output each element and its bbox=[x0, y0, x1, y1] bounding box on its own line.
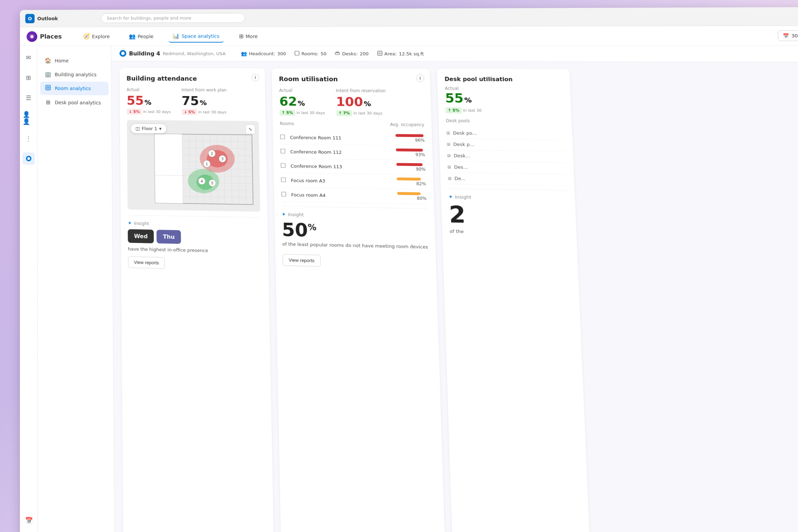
home-icon: 🏠 bbox=[44, 57, 51, 63]
room-113-pct: 90% bbox=[396, 167, 425, 172]
room-a3-name: Focus room A3 bbox=[291, 177, 393, 184]
attendance-info-icon[interactable]: ℹ bbox=[251, 74, 259, 81]
intent-metric: Intent from work plan 75 % ↓ 5% in last … bbox=[182, 88, 227, 115]
svg-text:1: 1 bbox=[206, 162, 208, 166]
floor-layer-icon: ◫ bbox=[135, 126, 140, 131]
room-item-icon-2 bbox=[280, 149, 287, 155]
svg-text:2: 2 bbox=[211, 152, 213, 156]
sidebar-item-home[interactable]: 🏠 Home bbox=[40, 54, 108, 67]
sidebar-icon-hierarchy[interactable]: ⋮ bbox=[23, 132, 35, 144]
date-filter[interactable]: 📅 30 days ▾ bbox=[777, 31, 798, 41]
tab-space-analytics[interactable]: 📊 Space analytics bbox=[169, 30, 224, 42]
desk-pool-card-title: Desk pool utilisation bbox=[444, 76, 563, 83]
room-item-icon-3 bbox=[281, 163, 287, 169]
room-info-icon[interactable]: ℹ bbox=[416, 74, 424, 82]
attendance-metrics: Actual 55 % ↓ 5% in last 30 days Int bbox=[127, 87, 259, 115]
room-view-reports-button[interactable]: View reports bbox=[283, 254, 321, 267]
desks-value: 200 bbox=[360, 51, 369, 56]
room-actual-change-badge: ↑ 5% bbox=[280, 110, 295, 116]
room-112-bar bbox=[396, 149, 423, 152]
sidebar-icon-places[interactable] bbox=[23, 152, 35, 165]
room-intent-metric: Intent from reservation 100 % ↑ 7% in la… bbox=[336, 88, 386, 116]
attendance-card-title: Building attendance bbox=[126, 75, 258, 82]
desk-item-5-name: De... bbox=[455, 176, 466, 182]
room-a3-bar bbox=[397, 177, 421, 181]
svg-rect-60 bbox=[281, 177, 286, 182]
insight-day-badges: Wed Thu bbox=[128, 229, 261, 245]
insight-sparkle-icon: ✦ bbox=[128, 220, 132, 226]
floor-selector[interactable]: ◫ Floor 1 ▾ bbox=[130, 124, 167, 134]
room-113-bar bbox=[396, 163, 423, 166]
room-a4-name: Focus room A4 bbox=[291, 192, 394, 199]
room-insight-text: Insight bbox=[288, 211, 304, 217]
room-actual-percentage: 62 bbox=[279, 94, 297, 108]
desk-actual-value-display: 55 % bbox=[445, 91, 564, 106]
map-expand-button[interactable]: ⤡ bbox=[245, 125, 255, 134]
explore-icon: 🧭 bbox=[83, 33, 90, 40]
desk-item-icon-3: ⊞ bbox=[447, 153, 451, 158]
places-icon bbox=[26, 31, 37, 41]
desk-insight: ✦ Insight 2 of the bbox=[448, 189, 569, 237]
desk-list: ⊞ Desk po... ⊞ Desk p... ⊞ Desk... ⊞ bbox=[446, 127, 567, 186]
sidebar-menu: 🏠 Home 🏢 Building analytics R bbox=[37, 51, 111, 113]
desk-actual-percentage: 55 bbox=[445, 91, 463, 106]
tab-people[interactable]: 👥 People bbox=[125, 30, 158, 42]
headcount-value: 300 bbox=[277, 51, 286, 56]
room-112-bar-container: 93% bbox=[396, 149, 425, 157]
desk-change-badge: ↑ 5% bbox=[445, 108, 462, 113]
room-113-name: Conference Room 113 bbox=[291, 163, 393, 170]
desk-pool-icon: ⊞ bbox=[45, 99, 52, 106]
attendance-insight-text: Insight bbox=[134, 221, 149, 226]
room-card-title: Room utilisation bbox=[279, 75, 423, 83]
sidebar-item-building-analytics[interactable]: 🏢 Building analytics bbox=[40, 68, 108, 81]
attendance-insight: ✦ Insight Wed Thu have the highest in-of… bbox=[128, 215, 261, 271]
room-a4-bar-container: 80% bbox=[397, 192, 427, 201]
building-location: Redmond, Washington, USA bbox=[163, 51, 226, 56]
intent-label: Intent from work plan bbox=[182, 88, 227, 92]
desk-item-icon-2: ⊞ bbox=[446, 141, 451, 147]
room-icon bbox=[44, 85, 51, 92]
svg-point-1 bbox=[31, 35, 33, 38]
places-logo-text: Places bbox=[40, 33, 62, 40]
sidebar-icon-mail[interactable]: ✉ bbox=[23, 51, 35, 63]
sidebar-icon-users[interactable]: 👤👤 bbox=[23, 112, 35, 124]
attendance-view-reports-button[interactable]: View reports bbox=[128, 256, 165, 269]
room-item-111: Conference Room 111 96% bbox=[280, 130, 425, 146]
desk-item-5: ⊞ De... bbox=[448, 173, 567, 186]
svg-text:3: 3 bbox=[222, 157, 224, 161]
intent-change: ↓ 5% in last 30 days bbox=[182, 109, 227, 115]
space-analytics-icon: 📊 bbox=[173, 33, 179, 39]
main-layout: ✉ ⊞ ☰ 👤👤 ⋮ 📅 ⊞ 🏠 Home 🏢 Building analyti… bbox=[20, 46, 798, 532]
headcount-label: Headcount: bbox=[249, 51, 275, 56]
desk-insight-sparkle-icon: ✦ bbox=[449, 194, 453, 200]
desk-insight-text: Insight bbox=[455, 194, 471, 200]
search-bar[interactable]: Search for buildings, people and more bbox=[101, 13, 245, 23]
tab-explore[interactable]: 🧭 Explore bbox=[79, 31, 114, 42]
outlook-logo-icon: O bbox=[25, 14, 35, 23]
desk-actual-label: Actual bbox=[445, 86, 563, 91]
room-113-bar-container: 90% bbox=[396, 163, 425, 172]
desk-insight-caption: of the bbox=[450, 228, 569, 237]
room-111-pct: 96% bbox=[396, 138, 425, 143]
sidebar-icon-menu[interactable]: ☰ bbox=[23, 92, 35, 104]
desk-item-4: ⊞ Des... bbox=[447, 161, 566, 174]
screen-container: O Outlook Search for buildings, people a… bbox=[20, 7, 798, 532]
sidebar-item-room-analytics[interactable]: Room analytics bbox=[40, 81, 108, 95]
room-item-icon bbox=[280, 134, 287, 140]
svg-rect-61 bbox=[282, 192, 286, 196]
floor-map: ◫ Floor 1 ▾ ⤡ bbox=[127, 120, 260, 212]
room-insight-sparkle-icon: ✦ bbox=[282, 211, 286, 217]
sidebar-icon-calendar[interactable]: 📅 bbox=[23, 513, 35, 527]
desk-pools-header: Desk pools bbox=[446, 118, 564, 125]
sidebar-item-room-label: Room analytics bbox=[55, 86, 91, 91]
rooms-col-header: Rooms bbox=[280, 121, 294, 126]
building-attendance-card: ℹ Building attendance Actual 55 % ↓ 5% i… bbox=[120, 68, 274, 532]
room-item-a3: Focus room A3 82% bbox=[281, 173, 426, 190]
tab-more[interactable]: ⊞ More bbox=[235, 30, 262, 42]
sidebar-item-desk-pool[interactable]: ⊞ Desk pool analytics bbox=[40, 96, 108, 109]
sidebar-icon-grid[interactable]: ⊞ bbox=[23, 72, 35, 83]
sidebar: 🏠 Home 🏢 Building analytics R bbox=[37, 46, 115, 532]
tab-space-analytics-label: Space analytics bbox=[182, 33, 220, 39]
desks-icon bbox=[335, 51, 340, 57]
intent-period: in last 30 days bbox=[198, 110, 226, 114]
